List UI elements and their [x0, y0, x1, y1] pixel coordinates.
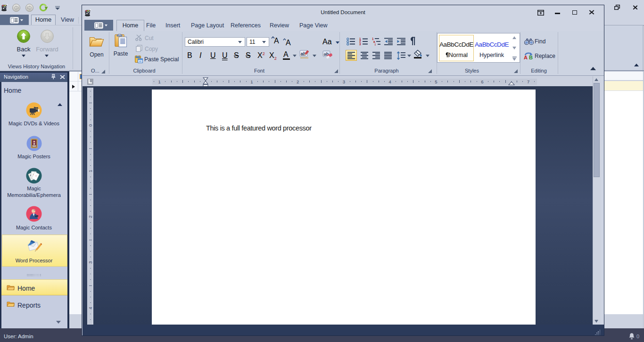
svg-text:A: A: [524, 55, 528, 60]
svg-text:i: i: [375, 43, 376, 46]
svg-text:3: 3: [359, 42, 361, 46]
svg-text:B: B: [529, 55, 533, 60]
